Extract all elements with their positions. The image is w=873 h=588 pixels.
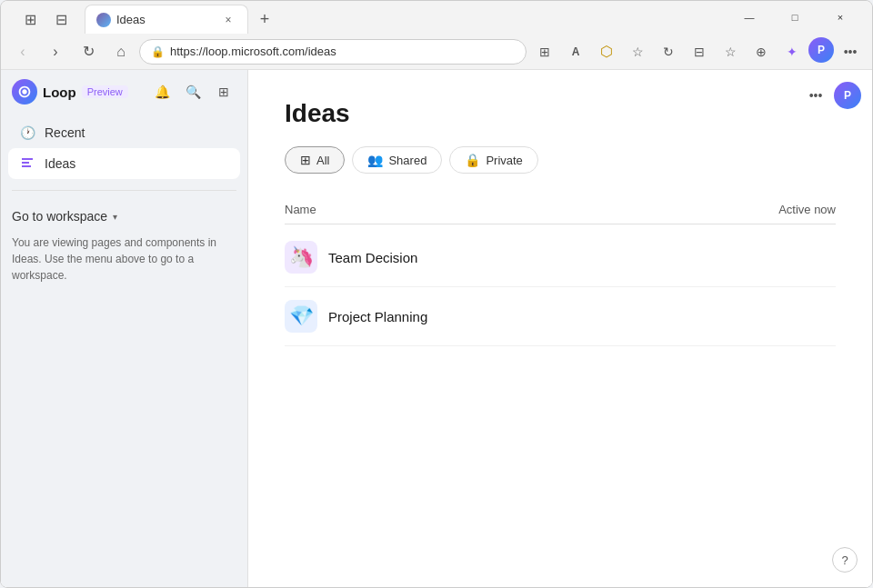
private-label: Private — [486, 154, 522, 167]
title-bar: ⊞ ⊟ Ideas × + — □ × — [1, 1, 872, 34]
sidebar-nav: 🕐 Recent Ideas — [1, 114, 247, 183]
bookmark-icon[interactable]: ⬡ — [592, 37, 621, 66]
minimize-button[interactable]: — — [728, 3, 770, 32]
all-icon: ⊞ — [300, 153, 311, 167]
help-button[interactable]: ? — [832, 547, 858, 573]
loop-svg — [16, 84, 33, 100]
close-button[interactable]: × — [819, 3, 861, 32]
window-controls: — □ × — [728, 3, 861, 32]
ideas-label: Ideas — [45, 156, 75, 171]
project-planning-emoji: 💎 — [285, 300, 317, 333]
copilot-button[interactable]: ✦ — [778, 37, 807, 66]
recent-icon: 🕐 — [19, 125, 35, 141]
preview-badge: Preview — [82, 85, 128, 98]
collections-button[interactable]: ⊕ — [747, 37, 776, 66]
app-name: Loop — [43, 85, 76, 100]
sidebar-header: Loop Preview 🔔 🔍 ⊞ — [1, 70, 247, 114]
sidebar: Loop Preview 🔔 🔍 ⊞ 🕐 Recent — [1, 70, 248, 587]
team-decision-name: Team Decision — [328, 250, 836, 265]
tab-close-button[interactable]: × — [220, 12, 236, 28]
active-now-column-header: Active now — [778, 203, 836, 216]
forward-button[interactable]: › — [41, 37, 70, 66]
maximize-button[interactable]: □ — [774, 3, 816, 32]
workspace-btn-browser[interactable]: ⊟ — [46, 5, 75, 34]
shared-label: Shared — [388, 154, 426, 167]
lock-icon: 🔒 — [151, 45, 165, 58]
split-view-button[interactable]: ⊟ — [685, 37, 714, 66]
chevron-down-icon: ▾ — [113, 212, 117, 222]
new-tab-button[interactable]: + — [250, 5, 279, 34]
active-tab[interactable]: Ideas × — [85, 5, 248, 34]
loop-logo: Loop Preview — [12, 79, 128, 105]
filter-tab-shared[interactable]: 👥 Shared — [352, 146, 442, 174]
reading-list-button[interactable]: ↻ — [654, 37, 683, 66]
project-planning-name: Project Planning — [328, 309, 836, 324]
more-button[interactable]: ••• — [836, 37, 865, 66]
recent-label: Recent — [45, 125, 85, 140]
browser-window: ⊞ ⊟ Ideas × + — □ × ‹ › ↻ ⌂ 🔒 https://lo… — [0, 0, 873, 588]
sidebar-workspace: Go to workspace ▾ You are viewing pages … — [1, 198, 247, 298]
refresh-button[interactable]: ↻ — [74, 37, 103, 66]
home-button[interactable]: ⌂ — [106, 37, 135, 66]
notifications-button[interactable]: 🔔 — [149, 79, 175, 105]
shared-icon: 👥 — [367, 153, 383, 167]
nav-bar: ‹ › ↻ ⌂ 🔒 https://loop.microsoft.com/ide… — [1, 34, 872, 70]
search-button[interactable]: 🔍 — [180, 79, 206, 105]
url-text: https://loop.microsoft.com/ideas — [170, 45, 515, 58]
private-icon: 🔒 — [465, 153, 480, 167]
main-header-icons: ••• P — [801, 81, 861, 110]
list-item[interactable]: 💎 Project Planning — [285, 287, 836, 346]
filter-tab-all[interactable]: ⊞ All — [285, 146, 345, 174]
tab-favicon — [96, 13, 111, 27]
address-bar[interactable]: 🔒 https://loop.microsoft.com/ideas — [139, 39, 527, 65]
table-header: Name Active now — [285, 195, 836, 224]
main-profile-avatar[interactable]: P — [834, 82, 861, 109]
profile-avatar[interactable]: P — [808, 37, 834, 63]
extensions-button[interactable]: ⊞ — [530, 37, 559, 66]
ideas-icon — [19, 155, 35, 172]
more-options-button[interactable]: ••• — [801, 81, 830, 110]
workspace-label: Go to workspace — [12, 209, 107, 224]
page-content: Loop Preview 🔔 🔍 ⊞ 🕐 Recent — [1, 70, 872, 587]
team-decision-emoji: 🦄 — [285, 241, 317, 274]
filter-tabs: ⊞ All 👥 Shared 🔒 Private — [285, 146, 836, 174]
workspace-info: You are viewing pages and components in … — [12, 227, 236, 291]
name-column-header: Name — [285, 203, 316, 216]
back-button[interactable]: ‹ — [8, 37, 37, 66]
filter-tab-private[interactable]: 🔒 Private — [449, 146, 537, 174]
page-title: Ideas — [285, 99, 836, 128]
toolbar-icons: ⊞ A ⬡ ☆ ↻ ⊟ ☆ ⊕ ✦ P ••• — [530, 37, 865, 66]
sidebar-divider — [12, 190, 236, 191]
all-label: All — [316, 154, 329, 167]
favorites-button[interactable]: ☆ — [623, 37, 652, 66]
loop-icon — [12, 79, 37, 105]
grid-view-button[interactable]: ⊞ — [211, 79, 236, 105]
tabs-bar: ⊞ ⊟ Ideas × + — [8, 1, 721, 34]
sidebar-item-ideas[interactable]: Ideas — [8, 148, 240, 179]
translate-button[interactable]: A — [561, 37, 590, 66]
tab-title: Ideas — [116, 13, 215, 26]
goto-workspace-button[interactable]: Go to workspace ▾ — [12, 205, 236, 227]
sidebar-header-icons: 🔔 🔍 ⊞ — [149, 79, 236, 105]
favorites-bar-button[interactable]: ☆ — [716, 37, 745, 66]
main-content: ••• P Ideas ⊞ All 👥 Shared 🔒 Private — [248, 70, 872, 587]
tab-switch-btn[interactable]: ⊞ — [15, 5, 45, 34]
sidebar-item-recent[interactable]: 🕐 Recent — [8, 117, 240, 148]
list-item[interactable]: 🦄 Team Decision — [285, 228, 836, 287]
